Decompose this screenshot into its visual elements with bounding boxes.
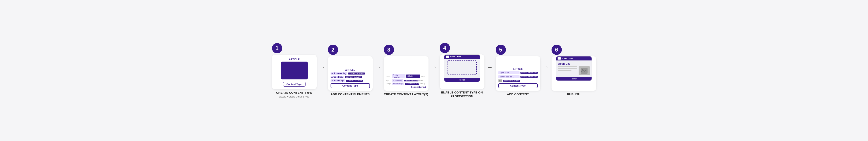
card6-logo	[558, 57, 561, 60]
step-6-number: 6	[552, 45, 562, 55]
card5-content-2: Donec sed od...	[498, 75, 520, 78]
card5-badge-1: CONTENT ELEMENT	[521, 72, 538, 74]
card3-field-3: Article Image	[392, 82, 404, 85]
card4-browser-bar: ACME CORP.	[444, 55, 480, 59]
step-4-card: ACME CORP. Footer	[440, 55, 485, 89]
card6-text-line-3	[558, 70, 571, 71]
step-5-wrapper: 5 ARTICLE Open Day CONTENT ELEMENT Donec…	[493, 45, 549, 96]
card5-inner: ARTICLE Open Day CONTENT ELEMENT Donec s…	[498, 68, 538, 88]
card2-field-2: Article Body	[331, 76, 344, 78]
card3-row-2: <p> Article Body CONTENT ELEMENT </p>	[386, 79, 426, 82]
card6-text-line-1	[558, 66, 577, 67]
step-6-card: ACME CORP. Open Day	[552, 56, 596, 91]
card2-content-type-badge: Content Type	[331, 83, 370, 88]
arrow-2: →	[375, 64, 381, 71]
card1-purple-box	[281, 62, 308, 79]
card6-browser-body: Open Day	[556, 61, 592, 77]
step-1-wrapper: 1 ARTICLE Content Type CREATE CONTENT TY…	[270, 43, 326, 98]
card2-row-1: Article Heading CONTENT ELEMENT	[331, 72, 370, 75]
card5-badge-3: CONTENT ELEMENT	[503, 80, 521, 82]
card3-close-tag-2: </p>	[419, 79, 424, 81]
card3-row-3: <img> Article Image CONTENT ELEMENT </im…	[386, 82, 426, 85]
card6-body-content	[558, 66, 590, 75]
step-6-wrapper: 6 ACME CORP. Open Day	[549, 45, 598, 96]
card1-article-label: ARTICLE	[289, 58, 300, 61]
card5-row-2: Donec sed od... CONTENT ELEMENT	[498, 75, 538, 78]
card2-field-1: Article Heading	[331, 72, 347, 75]
arrow-3: →	[431, 64, 437, 71]
card3-close-tag-1: </h1>	[421, 75, 426, 77]
arrow-5: →	[543, 64, 549, 71]
step-2-wrapper: 2 ARTICLE Article Heading CONTENT ELEMEN…	[326, 45, 381, 96]
card4-logo	[446, 56, 449, 58]
card3-close-tag-3: </img>	[420, 83, 425, 85]
card3-open-tag-1: <h1>	[386, 75, 392, 77]
card6-text-line-2	[558, 68, 577, 69]
step-5-number: 5	[496, 45, 506, 55]
card2-field-3: Article Image	[331, 79, 345, 82]
card3-field-2: Article Body	[392, 79, 403, 82]
card5-content-type-badge: Content Type	[498, 83, 538, 88]
step-1: 1 ARTICLE Content Type CREATE CONTENT TY…	[270, 43, 319, 98]
step-2-card: ARTICLE Article Heading CONTENT ELEMENT …	[328, 56, 373, 91]
card6-text-lines	[558, 66, 577, 75]
step-1-card: ARTICLE Content Type	[272, 55, 317, 89]
card3-layout-badge: Content Layout	[386, 86, 426, 88]
step-2-number: 2	[328, 45, 338, 55]
card4-browser-title: ACME CORP.	[450, 56, 462, 58]
step-5-card: ARTICLE Open Day CONTENT ELEMENT Donec s…	[496, 56, 540, 91]
card5-row-3: CONTENT ELEMENT	[498, 79, 538, 82]
card3-row-1: <h1> Article Heading CONTENT ELEMENT </h…	[386, 74, 426, 78]
card2-badge-2: CONTENT ELEMENT	[345, 76, 362, 78]
card4-footer: Footer	[444, 78, 480, 82]
card3-badge-1: CONTENT ELEMENT	[406, 74, 420, 78]
step-2: 2 ARTICLE Article Heading CONTENT ELEMEN…	[326, 45, 375, 96]
step-1-label: CREATE CONTENT TYPE	[276, 91, 312, 95]
arrow-4: →	[487, 64, 493, 71]
step-4-wrapper: 4 ACME CORP. Footer ENABLE CONTENT TYPE …	[437, 43, 493, 98]
step-1-number: 1	[272, 43, 282, 53]
step-4-label: ENABLE CONTENT TYPE ON PAGE/SECTION	[437, 91, 487, 98]
card2-row-3: Article Image CONTENT ELEMENT	[331, 79, 370, 82]
card6-open-day: Open Day	[558, 62, 590, 65]
card2-inner: ARTICLE Article Heading CONTENT ELEMENT …	[331, 69, 370, 88]
card6-browser: ACME CORP. Open Day	[556, 56, 592, 81]
card3-field-1: Article Heading	[392, 74, 405, 78]
card2-badge-3: CONTENT ELEMENT	[346, 80, 363, 82]
card2-badge-1: CONTENT ELEMENT	[348, 72, 365, 74]
step-5-label: ADD CONTENT	[507, 93, 529, 96]
workflow-container: 1 ARTICLE Content Type CREATE CONTENT TY…	[270, 43, 598, 98]
step-6: 6 ACME CORP. Open Day	[549, 45, 598, 96]
card6-image-placeholder	[579, 66, 590, 75]
arrow-1: →	[319, 64, 325, 71]
card4-dashed-box	[447, 61, 476, 75]
step-4: 4 ACME CORP. Footer ENABLE CONTENT TYPE …	[437, 43, 487, 98]
step-6-label: PUBLISH	[567, 93, 580, 96]
step-3-number: 3	[384, 45, 394, 55]
card5-row-1: Open Day CONTENT ELEMENT	[498, 71, 538, 74]
card2-article-label: ARTICLE	[331, 69, 370, 71]
card3-open-tag-3: <img>	[386, 83, 392, 85]
step-3-label: CREATE CONTENT LAYOUT(S)	[384, 93, 428, 96]
step-1-sublabel: Assets > Create Content Type	[279, 96, 309, 98]
card6-browser-bar: ACME CORP.	[556, 57, 592, 61]
card3-inner: <h1> Article Heading CONTENT ELEMENT </h…	[386, 74, 426, 88]
card5-img-icon	[498, 79, 502, 82]
card3-open-tag-2: <p>	[386, 79, 392, 81]
step-3-card: <h1> Article Heading CONTENT ELEMENT </h…	[384, 56, 429, 91]
step-3-wrapper: 3 <h1> Article Heading CONTENT ELEMENT <…	[381, 45, 437, 96]
step-5: 5 ARTICLE Open Day CONTENT ELEMENT Donec…	[493, 45, 542, 96]
step-2-label: ADD CONTENT ELEMENTS	[331, 93, 370, 96]
card4-browser: ACME CORP. Footer	[444, 55, 480, 82]
card3-badge-3: CONTENT ELEMENT	[405, 83, 420, 85]
card4-browser-body	[444, 59, 480, 78]
card3-badge-2: CONTENT ELEMENT	[404, 80, 418, 81]
card5-content-1: Open Day	[498, 71, 520, 74]
card5-article-label: ARTICLE	[498, 68, 538, 70]
card1-content-type-badge: Content Type	[283, 82, 306, 86]
card6-footer: Footer	[556, 77, 592, 80]
card5-badge-2: CONTENT ELEMENT	[521, 76, 538, 78]
step-3: 3 <h1> Article Heading CONTENT ELEMENT <…	[381, 45, 431, 96]
card6-browser-title: ACME CORP.	[562, 58, 574, 60]
step-4-number: 4	[440, 43, 450, 53]
